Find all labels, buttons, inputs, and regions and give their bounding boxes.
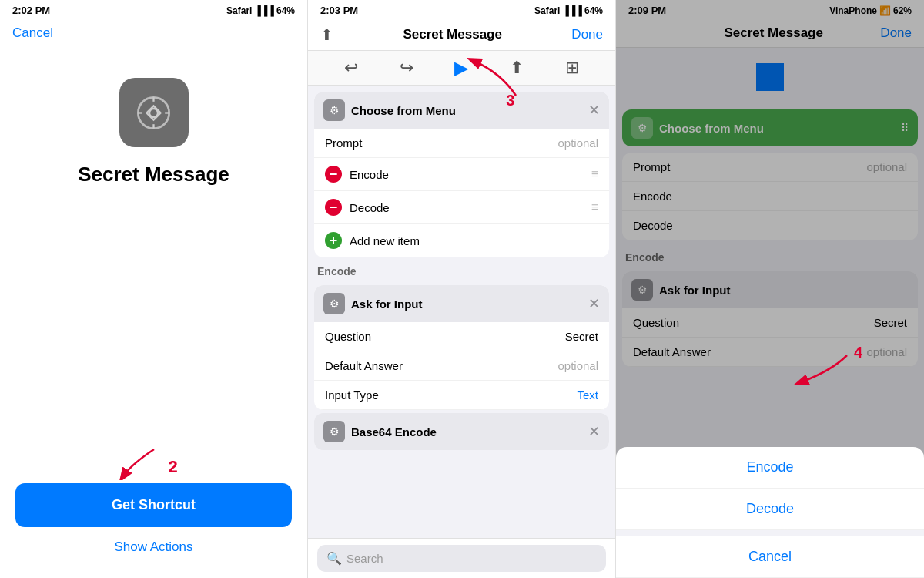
base64-encode-card: ⚙ Base64 Encode ✕ xyxy=(314,413,609,450)
play-icon[interactable]: ▶ xyxy=(454,57,468,78)
input-type-label: Input Type xyxy=(325,388,379,402)
panel-2: 2:03 PM Safari ▐▐▐ 64% ⬆ Secret Message … xyxy=(308,0,616,578)
search-input-container: 🔍 Search xyxy=(317,545,606,572)
decode-item-row: − Decode ≡ xyxy=(314,191,609,224)
svg-point-0 xyxy=(138,97,169,128)
question-row: Question Secret xyxy=(314,322,609,351)
signal-icon-2: ▐▐▐ xyxy=(562,5,582,16)
cancel-button[interactable]: Cancel xyxy=(0,19,307,47)
play-btn-container: ▶ 3 xyxy=(454,57,468,79)
choose-from-menu-card: ⚙ Choose from Menu ✕ Prompt optional − E… xyxy=(314,92,609,257)
step2-label: 2 xyxy=(168,457,177,476)
close-icon-3[interactable]: ✕ xyxy=(588,423,600,440)
gear-icon-2: ⚙ xyxy=(323,293,345,314)
app-icon-area xyxy=(0,78,307,147)
step3-label: 3 xyxy=(506,92,514,109)
remove-encode-btn[interactable]: − xyxy=(325,166,342,183)
popup-overlay: 4 Encode Decode Cancel xyxy=(616,0,924,578)
cancel-popup-item[interactable]: Cancel xyxy=(616,536,924,578)
drag-handle-encode[interactable]: ≡ xyxy=(591,167,598,181)
done-button-2[interactable]: Done xyxy=(571,27,603,42)
base64-encode-header: ⚙ Base64 Encode ✕ xyxy=(314,413,609,450)
choose-from-menu-header: ⚙ Choose from Menu ✕ xyxy=(314,92,609,129)
status-time-1: 2:02 PM xyxy=(12,5,50,16)
encode-popup-item[interactable]: Encode xyxy=(616,447,924,489)
share-icon[interactable]: ⬆ xyxy=(320,25,333,44)
encode-item-text: Encode xyxy=(350,168,584,181)
battery-2: 64% xyxy=(584,5,603,16)
undo-icon[interactable]: ↩ xyxy=(344,58,358,78)
show-actions-link[interactable]: Show Actions xyxy=(0,539,307,555)
panel-3: 2:09 PM VinaPhone 📶 62% Secret Message D… xyxy=(616,0,924,578)
signal-icon: ▐▐▐ xyxy=(254,5,274,16)
encode-section-label: Encode xyxy=(308,257,615,282)
action-sheet: Encode Decode Cancel xyxy=(616,447,924,578)
default-answer-value: optional xyxy=(557,359,598,372)
step4-label: 4 xyxy=(854,344,862,361)
choose-from-menu-title: Choose from Menu xyxy=(351,104,582,117)
default-answer-label: Default Answer xyxy=(325,359,403,372)
panel-1: 2:02 PM Safari ▐▐▐ 64% Cancel Secret Mes… xyxy=(0,0,308,578)
app-title: Secret Message xyxy=(0,163,307,187)
add-item-btn[interactable]: + xyxy=(325,232,342,249)
upload-icon[interactable]: ⬆ xyxy=(510,58,524,78)
ask-for-input-header: ⚙ Ask for Input ✕ xyxy=(314,285,609,322)
search-placeholder[interactable]: Search xyxy=(346,552,383,565)
input-type-value: Text xyxy=(577,388,598,402)
prompt-row: Prompt optional xyxy=(314,129,609,158)
ask-for-input-card: ⚙ Ask for Input ✕ Question Secret Defaul… xyxy=(314,285,609,410)
status-icons-2: Safari ▐▐▐ 64% xyxy=(534,5,603,16)
base64-encode-title: Base64 Encode xyxy=(351,425,582,439)
nav-title-2: Secret Message xyxy=(333,27,571,42)
battery-1: 64% xyxy=(276,5,295,16)
encode-item-row: − Encode ≡ xyxy=(314,158,609,191)
panel2-content: ⚙ Choose from Menu ✕ Prompt optional − E… xyxy=(308,86,615,578)
ask-for-input-title: Ask for Input xyxy=(351,297,582,311)
status-icons-1: Safari ▐▐▐ 64% xyxy=(226,5,295,16)
popup-divider xyxy=(616,530,924,536)
status-time-2: 2:03 PM xyxy=(320,5,358,16)
carrier-2: Safari xyxy=(534,5,560,16)
question-label: Question xyxy=(325,330,371,343)
search-bar-2: 🔍 Search xyxy=(308,538,615,578)
settings-toggle-icon[interactable]: ⊞ xyxy=(565,58,579,78)
redo-icon[interactable]: ↪ xyxy=(400,58,413,78)
svg-point-1 xyxy=(149,109,158,117)
carrier-1: Safari xyxy=(226,5,252,16)
question-value: Secret xyxy=(565,330,598,343)
status-bar-2: 2:03 PM Safari ▐▐▐ 64% xyxy=(308,0,615,19)
gear-icon-3: ⚙ xyxy=(323,421,345,442)
input-type-row: Input Type Text xyxy=(314,381,609,410)
prompt-value: optional xyxy=(557,136,598,150)
decode-popup-item[interactable]: Decode xyxy=(616,489,924,530)
add-new-item-text: Add new item xyxy=(350,234,598,247)
remove-decode-btn[interactable]: − xyxy=(325,199,342,216)
arrow4-container: 4 xyxy=(785,348,862,397)
close-icon-1[interactable]: ✕ xyxy=(588,102,600,119)
toolbar-2: ↩ ↪ ▶ 3 ⬆ ⊞ xyxy=(308,51,615,86)
default-answer-row: Default Answer optional xyxy=(314,351,609,381)
close-icon-2[interactable]: ✕ xyxy=(588,295,600,312)
status-bar-1: 2:02 PM Safari ▐▐▐ 64% xyxy=(0,0,307,19)
nav-bar-2: ⬆ Secret Message Done xyxy=(308,19,615,51)
drag-handle-decode[interactable]: ≡ xyxy=(591,200,598,214)
gear-icon-1: ⚙ xyxy=(323,99,345,121)
prompt-label: Prompt xyxy=(325,136,362,150)
get-shortcut-button[interactable]: Get Shortcut xyxy=(15,483,292,527)
app-icon xyxy=(119,78,189,147)
add-new-item-row: + Add new item xyxy=(314,224,609,257)
search-icon: 🔍 xyxy=(326,551,342,566)
decode-item-text: Decode xyxy=(350,201,584,214)
